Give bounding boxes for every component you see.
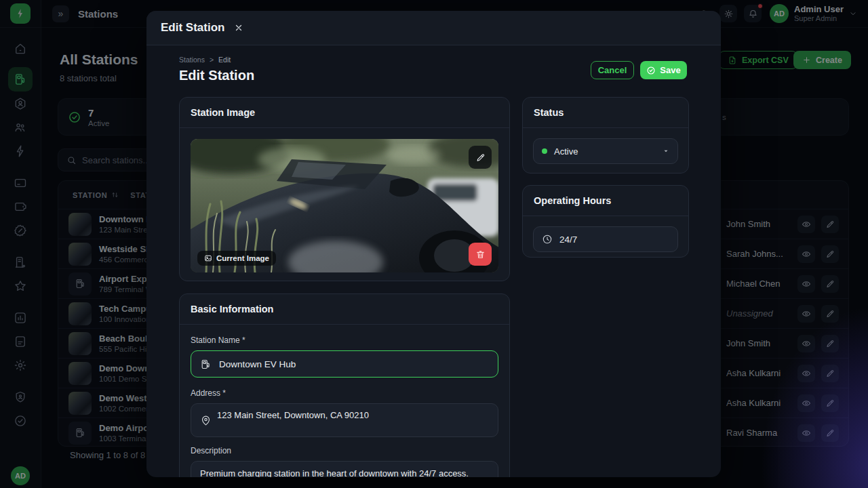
card-header: Status <box>523 98 688 128</box>
image-icon <box>204 254 212 262</box>
current-image-badge: Current Image <box>197 251 276 266</box>
modal-header: Edit Station <box>146 11 721 45</box>
status-select[interactable]: Active <box>533 138 678 164</box>
address-field[interactable]: 123 Main Street, Downtown, CA 90210 <box>191 403 498 437</box>
clock-icon <box>542 234 553 245</box>
caret-down-icon <box>663 148 669 155</box>
breadcrumb-separator: > <box>210 56 214 64</box>
close-icon[interactable] <box>234 23 243 33</box>
save-button[interactable]: Save <box>640 61 687 79</box>
station-photo: Current Image <box>191 139 498 272</box>
description-label: Description <box>191 446 498 455</box>
card-header: Basic Information <box>180 294 509 325</box>
breadcrumb-parent[interactable]: Stations <box>179 56 205 64</box>
station-image-card: Station Image <box>179 97 510 281</box>
ev-station-icon <box>200 359 212 370</box>
operating-hours-field[interactable]: 24/7 <box>533 226 678 252</box>
status-dot <box>542 148 547 154</box>
pencil-icon <box>475 152 486 163</box>
status-value: Active <box>554 146 578 157</box>
description-field[interactable]: Premium charging station in the heart of… <box>191 461 498 477</box>
status-card: Status Active <box>522 97 689 174</box>
modal-title: Edit Station <box>161 21 224 35</box>
card-title: Operating Hours <box>534 195 611 206</box>
card-title: Station Image <box>191 107 255 118</box>
trash-icon <box>475 249 486 260</box>
station-name-label: Station Name * <box>191 336 498 345</box>
cancel-button[interactable]: Cancel <box>591 61 634 79</box>
check-circle-icon <box>646 66 656 75</box>
card-header: Station Image <box>180 98 509 128</box>
app-root: AD » Stations AD Admin User Super Admin … <box>0 0 868 488</box>
basic-information-card: Basic Information Station Name * Address… <box>179 293 510 477</box>
breadcrumb-current: Edit <box>218 56 231 64</box>
card-header: Operating Hours <box>523 186 688 216</box>
card-title: Basic Information <box>191 304 273 314</box>
operating-hours-card: Operating Hours 24/7 <box>522 185 689 258</box>
address-input[interactable]: 123 Main Street, Downtown, CA 90210 <box>191 404 498 436</box>
station-name-input[interactable] <box>219 359 489 369</box>
edit-station-modal: Edit Station Stations > Edit Edit Statio… <box>146 11 721 477</box>
delete-image-button[interactable] <box>469 243 492 266</box>
description-input[interactable]: Premium charging station in the heart of… <box>191 462 498 477</box>
operating-hours-value: 24/7 <box>559 235 577 245</box>
station-name-field[interactable] <box>191 350 498 378</box>
breadcrumb: Stations > Edit <box>179 56 231 64</box>
card-title: Status <box>534 107 564 118</box>
modal-heading: Edit Station <box>179 68 254 83</box>
address-label: Address * <box>191 388 498 398</box>
edit-image-button[interactable] <box>469 146 492 169</box>
